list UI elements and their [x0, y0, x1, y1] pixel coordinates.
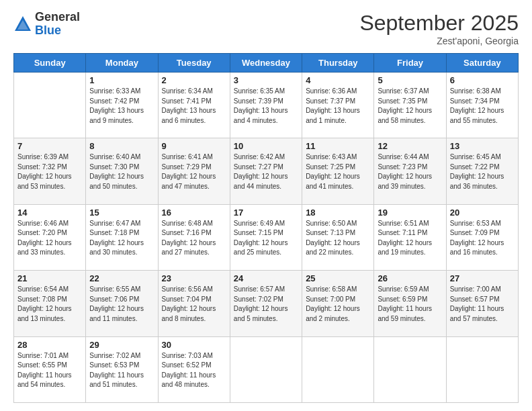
cell-content: Sunrise: 6:45 AM Sunset: 7:22 PM Dayligh… [450, 152, 515, 191]
calendar-cell: 1Sunrise: 6:33 AM Sunset: 7:42 PM Daylig… [86, 73, 158, 138]
calendar-cell: 26Sunrise: 6:59 AM Sunset: 6:59 PM Dayli… [374, 271, 446, 336]
calendar-cell: 27Sunrise: 7:00 AM Sunset: 6:57 PM Dayli… [446, 271, 518, 336]
calendar-cell: 14Sunrise: 6:46 AM Sunset: 7:20 PM Dayli… [14, 204, 86, 270]
location: Zest'aponi, Georgia [359, 36, 519, 46]
cell-content: Sunrise: 7:01 AM Sunset: 6:55 PM Dayligh… [17, 351, 82, 390]
calendar-cell [302, 336, 374, 402]
day-number: 23 [162, 273, 226, 283]
calendar-cell: 24Sunrise: 6:57 AM Sunset: 7:02 PM Dayli… [230, 271, 302, 336]
day-number: 20 [450, 208, 515, 218]
cell-content: Sunrise: 6:34 AM Sunset: 7:41 PM Dayligh… [162, 87, 226, 126]
cell-content: Sunrise: 6:51 AM Sunset: 7:11 PM Dayligh… [378, 219, 442, 258]
calendar-cell: 22Sunrise: 6:55 AM Sunset: 7:06 PM Dayli… [86, 271, 158, 336]
calendar-cell [374, 336, 446, 402]
cell-content: Sunrise: 6:54 AM Sunset: 7:08 PM Dayligh… [17, 285, 82, 324]
weekday-header-sunday: Sunday [14, 54, 86, 73]
week-row-2: 7Sunrise: 6:39 AM Sunset: 7:32 PM Daylig… [14, 138, 519, 204]
day-number: 3 [234, 75, 298, 85]
day-number: 18 [306, 208, 370, 218]
day-number: 26 [378, 273, 442, 283]
day-number: 29 [89, 340, 154, 350]
cell-content: Sunrise: 6:46 AM Sunset: 7:20 PM Dayligh… [17, 219, 82, 258]
calendar-table: SundayMondayTuesdayWednesdayThursdayFrid… [13, 53, 519, 403]
cell-content: Sunrise: 6:48 AM Sunset: 7:16 PM Dayligh… [162, 219, 226, 258]
cell-content: Sunrise: 6:43 AM Sunset: 7:25 PM Dayligh… [306, 152, 370, 191]
calendar-cell: 28Sunrise: 7:01 AM Sunset: 6:55 PM Dayli… [14, 336, 86, 402]
cell-content: Sunrise: 6:50 AM Sunset: 7:13 PM Dayligh… [306, 219, 370, 258]
cell-content: Sunrise: 6:56 AM Sunset: 7:04 PM Dayligh… [162, 285, 226, 324]
cell-content: Sunrise: 6:41 AM Sunset: 7:29 PM Dayligh… [162, 152, 226, 191]
calendar-cell: 23Sunrise: 6:56 AM Sunset: 7:04 PM Dayli… [158, 271, 230, 336]
cell-content: Sunrise: 6:58 AM Sunset: 7:00 PM Dayligh… [306, 285, 370, 324]
page: General Blue September 2025 Zest'aponi, … [0, 0, 532, 411]
calendar-cell [230, 336, 302, 402]
month-title: September 2025 [359, 11, 519, 36]
day-number: 13 [450, 141, 515, 151]
day-number: 21 [17, 273, 82, 283]
logo-icon [13, 15, 32, 34]
cell-content: Sunrise: 6:53 AM Sunset: 7:09 PM Dayligh… [450, 219, 515, 258]
calendar-cell [14, 73, 86, 138]
cell-content: Sunrise: 6:55 AM Sunset: 7:06 PM Dayligh… [89, 285, 154, 324]
calendar-cell: 16Sunrise: 6:48 AM Sunset: 7:16 PM Dayli… [158, 204, 230, 270]
cell-content: Sunrise: 6:49 AM Sunset: 7:15 PM Dayligh… [234, 219, 298, 258]
logo-blue-text: Blue [35, 24, 61, 37]
weekday-header-friday: Friday [374, 54, 446, 73]
day-number: 8 [89, 141, 154, 151]
day-number: 19 [378, 208, 442, 218]
week-row-4: 21Sunrise: 6:54 AM Sunset: 7:08 PM Dayli… [14, 271, 519, 336]
calendar-cell: 3Sunrise: 6:35 AM Sunset: 7:39 PM Daylig… [230, 73, 302, 138]
day-number: 15 [89, 208, 154, 218]
day-number: 5 [378, 75, 442, 85]
day-number: 27 [450, 273, 515, 283]
calendar-cell: 20Sunrise: 6:53 AM Sunset: 7:09 PM Dayli… [446, 204, 518, 270]
calendar-cell: 4Sunrise: 6:36 AM Sunset: 7:37 PM Daylig… [302, 73, 374, 138]
calendar-cell: 6Sunrise: 6:38 AM Sunset: 7:34 PM Daylig… [446, 73, 518, 138]
weekday-header-row: SundayMondayTuesdayWednesdayThursdayFrid… [14, 54, 519, 73]
weekday-header-saturday: Saturday [446, 54, 518, 73]
logo-text: General Blue [35, 11, 80, 38]
logo-general-text: General [35, 10, 80, 24]
day-number: 4 [306, 75, 370, 85]
cell-content: Sunrise: 7:02 AM Sunset: 6:53 PM Dayligh… [89, 351, 154, 390]
day-number: 7 [17, 141, 82, 151]
cell-content: Sunrise: 6:33 AM Sunset: 7:42 PM Dayligh… [89, 87, 154, 126]
calendar-cell: 8Sunrise: 6:40 AM Sunset: 7:30 PM Daylig… [86, 138, 158, 204]
day-number: 14 [17, 208, 82, 218]
weekday-header-tuesday: Tuesday [158, 54, 230, 73]
weekday-header-thursday: Thursday [302, 54, 374, 73]
calendar-cell: 18Sunrise: 6:50 AM Sunset: 7:13 PM Dayli… [302, 204, 374, 270]
weekday-header-monday: Monday [86, 54, 158, 73]
cell-content: Sunrise: 6:36 AM Sunset: 7:37 PM Dayligh… [306, 87, 370, 126]
day-number: 17 [234, 208, 298, 218]
calendar-cell: 15Sunrise: 6:47 AM Sunset: 7:18 PM Dayli… [86, 204, 158, 270]
calendar-cell: 29Sunrise: 7:02 AM Sunset: 6:53 PM Dayli… [86, 336, 158, 402]
cell-content: Sunrise: 6:35 AM Sunset: 7:39 PM Dayligh… [234, 87, 298, 126]
cell-content: Sunrise: 6:40 AM Sunset: 7:30 PM Dayligh… [89, 152, 154, 191]
day-number: 11 [306, 141, 370, 151]
day-number: 1 [89, 75, 154, 85]
cell-content: Sunrise: 6:47 AM Sunset: 7:18 PM Dayligh… [89, 219, 154, 258]
weekday-header-wednesday: Wednesday [230, 54, 302, 73]
calendar-cell: 10Sunrise: 6:42 AM Sunset: 7:27 PM Dayli… [230, 138, 302, 204]
day-number: 25 [306, 273, 370, 283]
calendar-cell: 9Sunrise: 6:41 AM Sunset: 7:29 PM Daylig… [158, 138, 230, 204]
cell-content: Sunrise: 6:42 AM Sunset: 7:27 PM Dayligh… [234, 152, 298, 191]
day-number: 6 [450, 75, 515, 85]
cell-content: Sunrise: 6:39 AM Sunset: 7:32 PM Dayligh… [17, 152, 82, 191]
cell-content: Sunrise: 7:03 AM Sunset: 6:52 PM Dayligh… [162, 351, 226, 390]
calendar-cell: 12Sunrise: 6:44 AM Sunset: 7:23 PM Dayli… [374, 138, 446, 204]
calendar-cell: 30Sunrise: 7:03 AM Sunset: 6:52 PM Dayli… [158, 336, 230, 402]
day-number: 22 [89, 273, 154, 283]
cell-content: Sunrise: 6:38 AM Sunset: 7:34 PM Dayligh… [450, 87, 515, 126]
calendar-cell: 7Sunrise: 6:39 AM Sunset: 7:32 PM Daylig… [14, 138, 86, 204]
week-row-3: 14Sunrise: 6:46 AM Sunset: 7:20 PM Dayli… [14, 204, 519, 270]
calendar-cell: 21Sunrise: 6:54 AM Sunset: 7:08 PM Dayli… [14, 271, 86, 336]
calendar-cell [446, 336, 518, 402]
day-number: 30 [162, 340, 226, 350]
calendar-cell: 2Sunrise: 6:34 AM Sunset: 7:41 PM Daylig… [158, 73, 230, 138]
day-number: 9 [162, 141, 226, 151]
cell-content: Sunrise: 6:44 AM Sunset: 7:23 PM Dayligh… [378, 152, 442, 191]
day-number: 24 [234, 273, 298, 283]
calendar-cell: 13Sunrise: 6:45 AM Sunset: 7:22 PM Dayli… [446, 138, 518, 204]
